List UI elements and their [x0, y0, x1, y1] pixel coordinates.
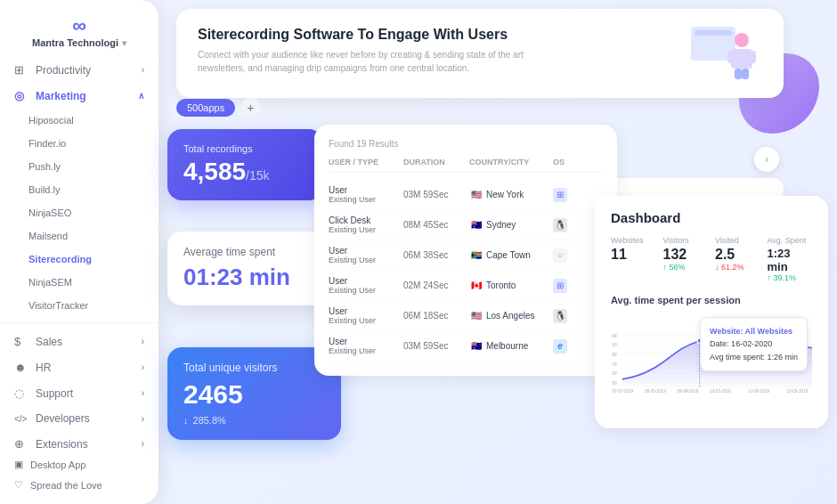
avg-time-label: Average time spent: [183, 246, 325, 258]
recordings-number: 4,585: [183, 158, 246, 185]
banner-title: Siterecording Software To Engage With Us…: [198, 27, 536, 43]
svg-rect-3: [749, 51, 756, 63]
visitors-change-arrow: ↓: [183, 415, 189, 426]
table-row[interactable]: UserExisting User 06M 18Sec 🇺🇸 Los Angel…: [329, 301, 603, 331]
sidebar-divider-1: [0, 322, 158, 323]
sidebar-item-hiposocial[interactable]: Hiposocial: [0, 109, 158, 132]
row-user: UserExisting User: [329, 337, 400, 355]
svg-text:10-05-2019: 10-05-2019: [710, 389, 731, 394]
brand-name[interactable]: Mantra Technologi ▾: [32, 37, 126, 48]
sidebar-item-support[interactable]: ◌ Support ›: [0, 380, 158, 406]
sidebar-item-siterecording[interactable]: Siterecording: [0, 248, 158, 271]
developers-caret-icon: ›: [142, 414, 144, 424]
sidebar-footer-desktop[interactable]: ▣ Desktop App: [14, 454, 144, 475]
stat-visited: Visited 2.5 ↓ 61.2%: [715, 236, 760, 282]
sidebar-item-extensions[interactable]: ⊕ Extensions ›: [0, 431, 158, 457]
row-user: UserExisting User: [329, 185, 400, 204]
table-row[interactable]: UserExisting User 06M 38Sec 🇿🇦 Cape Town…: [329, 240, 603, 271]
row-city: 🇦🇺 Sydney: [469, 218, 549, 232]
sidebar-item-mailsend[interactable]: Mailsend: [0, 224, 158, 248]
tabs-bar: 500apps +: [176, 98, 260, 118]
svg-text:08-05-2019: 08-05-2019: [645, 389, 666, 394]
col-user-type: USER / TYPE: [329, 158, 400, 167]
svg-rect-4: [735, 69, 742, 79]
col-os: OS: [553, 158, 606, 167]
sidebar-footer: ▣ Desktop App ♡ Spread the Love: [0, 454, 158, 495]
row-user: UserExisting User: [329, 246, 400, 264]
marketing-submenu: Hiposocial Finder.io Push.ly Build.ly Ni…: [0, 109, 158, 317]
chart-title: Avg. time spent per session: [611, 295, 812, 305]
illustration-person: [722, 31, 762, 80]
svg-rect-5: [742, 69, 749, 79]
tab-500apps[interactable]: 500apps: [176, 99, 235, 117]
svg-rect-2: [727, 51, 735, 63]
table-row[interactable]: Click DeskExisting User 08M 45Sec 🇦🇺 Syd…: [329, 210, 603, 240]
sidebar-item-build[interactable]: Build.ly: [0, 178, 158, 201]
logo-icon: ∞: [72, 14, 86, 37]
table-header: USER / TYPE DURATION COUNTRY/CITY OS: [329, 158, 603, 173]
table-card: Found 19 Results USER / TYPE DURATION CO…: [314, 125, 617, 376]
svg-text:60: 60: [612, 371, 617, 376]
stat-visitors-label: Visitors: [663, 236, 709, 245]
svg-point-0: [735, 33, 749, 47]
tab-add-button[interactable]: +: [240, 98, 260, 118]
col-country: COUNTRY/CITY: [469, 158, 549, 167]
brand-caret-icon: ▾: [122, 38, 126, 48]
svg-text:99: 99: [612, 334, 617, 338]
hr-icon: ☻: [14, 361, 28, 374]
row-city: 🇺🇸 New York: [469, 188, 549, 202]
sidebar-footer-spread[interactable]: ♡ Spread the Love: [14, 475, 144, 495]
visitors-label: Total unique visitors: [183, 362, 325, 374]
svg-text:90: 90: [612, 343, 617, 347]
nav-arrow-button[interactable]: ›: [754, 147, 779, 172]
sidebar-item-finder[interactable]: Finder.io: [0, 132, 158, 155]
marketing-icon: ◎: [14, 89, 28, 102]
sales-caret-icon: ›: [142, 337, 144, 346]
table-row[interactable]: UserExisting User 03M 59Sec 🇺🇸 New York …: [329, 180, 603, 210]
support-icon: ◌: [14, 386, 28, 400]
heart-icon: ♡: [14, 479, 23, 491]
table-row[interactable]: UserExisting User 02M 24Sec 🇨🇦 Toronto ⊞: [329, 271, 603, 301]
row-user: Click DeskExisting User: [329, 215, 400, 234]
row-duration: 06M 18Sec: [403, 311, 466, 321]
stat-visitors-value: 132: [663, 247, 709, 263]
row-duration: 03M 59Sec: [403, 341, 466, 351]
table-row[interactable]: UserExisting User 03M 59Sec 🇦🇺 Melbourne…: [329, 331, 603, 362]
row-duration: 08M 45Sec: [403, 220, 466, 230]
row-user: UserExisting User: [329, 276, 400, 295]
sidebar-item-hr[interactable]: ☻ HR ›: [0, 354, 158, 380]
svg-text:12-03-2019: 12-03-2019: [787, 389, 809, 394]
sidebar-item-marketing[interactable]: ◎ Marketing ∧: [0, 83, 158, 109]
dashboard-title: Dashboard: [611, 210, 812, 225]
card-recordings: Total recordings 4,585/15k: [167, 129, 323, 200]
dashboard-card: Dashboard Websites 11 Visitors 132 ↑ 56%…: [595, 196, 828, 428]
svg-text:70: 70: [612, 362, 617, 367]
sidebar-item-developers[interactable]: </> Developers ›: [0, 406, 158, 431]
sidebar-item-push[interactable]: Push.ly: [0, 155, 158, 178]
sales-icon: $: [14, 335, 28, 348]
sidebar-item-sales[interactable]: $ Sales ›: [0, 329, 158, 354]
svg-text:07-07-2019: 07-07-2019: [612, 389, 633, 394]
sidebar-item-ninjasem[interactable]: NinjaSEM: [0, 271, 158, 294]
tooltip-date: Date: 16-02-2020: [710, 337, 798, 350]
dashboard-stats: Websites 11 Visitors 132 ↑ 56% Visited 2…: [611, 236, 812, 282]
banner-description: Connect with your audience like never be…: [198, 48, 536, 75]
banner-text: Siterecording Software To Engage With Us…: [198, 27, 536, 75]
marketing-caret-icon: ∧: [138, 91, 144, 101]
sidebar-item-ninjaseo[interactable]: NinjaSEO: [0, 201, 158, 224]
sidebar-item-visitortracker[interactable]: VisitorTracker: [0, 294, 158, 317]
sidebar-logo: ∞ Mantra Technologi ▾: [0, 14, 158, 48]
support-caret-icon: ›: [142, 388, 144, 398]
hr-caret-icon: ›: [142, 362, 144, 372]
row-city: 🇿🇦 Cape Town: [469, 248, 549, 263]
banner-card: Siterecording Software To Engage With Us…: [176, 9, 784, 98]
chart-tooltip: Website: All Websites Date: 16-02-2020 A…: [700, 317, 808, 371]
visitors-change-value: 285.8%: [193, 415, 226, 426]
svg-text:11-08-2019: 11-08-2019: [748, 389, 769, 394]
stat-avg-spent-change: ↑ 39.1%: [768, 273, 813, 282]
stat-visitors: Visitors 132 ↑ 56%: [663, 236, 709, 282]
sidebar: ∞ Mantra Technologi ▾ ⊞ Productivity › ◎…: [0, 0, 158, 504]
desktop-icon: ▣: [14, 459, 23, 470]
row-duration: 06M 38Sec: [403, 250, 466, 260]
sidebar-item-productivity[interactable]: ⊞ Productivity ›: [0, 57, 158, 83]
